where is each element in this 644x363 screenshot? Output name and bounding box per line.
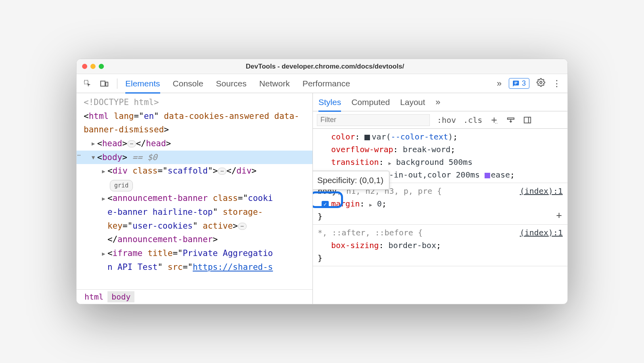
collapsed-icon[interactable]: ⋯ xyxy=(127,140,136,147)
close-window-button[interactable] xyxy=(82,64,87,69)
hov-button[interactable]: :hov xyxy=(437,115,456,125)
css-property[interactable]: ✓margin: ▶ 0; xyxy=(318,197,563,210)
main-tabs: Elements Console Sources Network Perform… xyxy=(125,74,350,93)
dom-tree[interactable]: <!DOCTYPE html> <html lang="en" data-coo… xyxy=(77,93,312,289)
main-toolbar: Elements Console Sources Network Perform… xyxy=(77,74,567,93)
kebab-menu-icon[interactable]: ⋮ xyxy=(552,78,561,89)
color-swatch[interactable] xyxy=(364,135,370,140)
device-mode-icon[interactable] xyxy=(100,79,109,88)
close-brace: } xyxy=(318,210,563,223)
grid-badge[interactable]: grid xyxy=(110,180,133,191)
doctype: <!DOCTYPE html> xyxy=(84,97,159,107)
css-property[interactable]: overflow-wrap: break-word; xyxy=(318,143,563,156)
settings-icon[interactable] xyxy=(537,78,545,89)
tab-console[interactable]: Console xyxy=(173,75,203,94)
add-property-icon[interactable]: + xyxy=(556,208,562,223)
devtools-window: DevTools - developer.chrome.com/docs/dev… xyxy=(76,59,568,304)
svg-rect-2 xyxy=(106,82,108,86)
breadcrumb-body[interactable]: body xyxy=(107,291,134,302)
traffic-lights xyxy=(82,64,104,69)
head-element[interactable]: ▶<head>⋯</head> xyxy=(77,137,312,151)
more-tabs-icon[interactable]: » xyxy=(497,78,502,89)
right-tabs: Styles Computed Layout » xyxy=(313,93,567,111)
easing-swatch-icon[interactable] xyxy=(485,173,490,178)
inspect-element-icon[interactable] xyxy=(83,79,92,88)
svg-rect-4 xyxy=(508,118,514,119)
new-style-rule-icon[interactable] xyxy=(489,115,499,125)
cls-button[interactable]: .cls xyxy=(463,115,482,125)
breadcrumb-html[interactable]: html xyxy=(80,291,107,302)
style-rule[interactable]: (index):1 *, ::after, ::before { box-siz… xyxy=(313,225,567,266)
toggle-sidebar-icon[interactable] xyxy=(523,115,532,125)
html-element[interactable]: <html lang="en" data-cookies-answered da… xyxy=(77,109,312,137)
body-element[interactable]: ▼<body> == $0 xyxy=(77,151,312,164)
styles-rules: color: var(--color-text); overflow-wrap:… xyxy=(313,129,567,304)
format-icon[interactable] xyxy=(506,115,516,125)
tab-layout[interactable]: Layout xyxy=(400,94,425,112)
issues-badge[interactable]: 3 xyxy=(509,78,529,89)
breadcrumb: html body xyxy=(77,289,312,304)
iframe-element[interactable]: ▶<iframe title="Private Aggregatio xyxy=(77,246,312,260)
div-scaffold-element[interactable]: ▶<div class="scaffold">⋯</div> xyxy=(77,164,312,178)
tab-network[interactable]: Network xyxy=(259,75,290,94)
filter-input[interactable] xyxy=(317,114,430,126)
source-link[interactable]: (index):1 xyxy=(520,226,563,239)
css-property[interactable]: color: var(--color-text); xyxy=(318,130,563,143)
more-subtabs-icon[interactable]: » xyxy=(435,97,440,107)
close-brace: } xyxy=(318,252,563,264)
styles-panel: Styles Computed Layout » :hov .cls color… xyxy=(313,93,567,304)
zoom-window-button[interactable] xyxy=(99,64,104,69)
tab-elements[interactable]: Elements xyxy=(125,75,160,94)
issues-count: 3 xyxy=(522,79,526,88)
titlebar: DevTools - developer.chrome.com/docs/dev… xyxy=(77,59,567,74)
announcement-banner-element[interactable]: ▶<announcement-banner class="cooki xyxy=(77,191,312,205)
css-property[interactable]: transition: ▶ background 500ms xyxy=(318,156,563,168)
window-title: DevTools - developer.chrome.com/docs/dev… xyxy=(104,63,546,71)
tab-performance[interactable]: Performance xyxy=(303,75,350,94)
tab-computed[interactable]: Computed xyxy=(351,94,390,112)
css-property[interactable]: box-sizing: border-box; xyxy=(318,239,563,252)
tab-sources[interactable]: Sources xyxy=(216,75,247,94)
tab-styles[interactable]: Styles xyxy=(318,94,341,112)
collapsed-icon[interactable]: ⋯ xyxy=(238,223,247,230)
svg-point-3 xyxy=(540,81,542,84)
iframe-src-link[interactable]: https://shared-s xyxy=(193,262,273,272)
source-link[interactable]: (index):1 xyxy=(520,185,563,197)
svg-rect-1 xyxy=(101,81,105,86)
styles-toolbar: :hov .cls xyxy=(313,111,567,129)
collapsed-icon[interactable]: ⋯ xyxy=(218,168,226,175)
toolbar-divider xyxy=(117,78,117,89)
svg-rect-5 xyxy=(524,117,531,123)
elements-panel: <!DOCTYPE html> <html lang="en" data-coo… xyxy=(77,93,313,304)
specificity-tooltip: Specificity: (0,0,1) xyxy=(313,171,389,190)
minimize-window-button[interactable] xyxy=(90,64,96,69)
property-checkbox[interactable]: ✓ xyxy=(322,201,329,208)
